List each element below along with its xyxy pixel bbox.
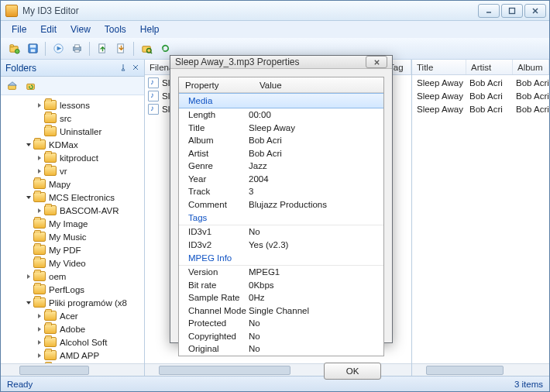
twisty-icon[interactable] — [35, 313, 44, 319]
property-section[interactable]: Media — [179, 93, 383, 108]
tree-label: My Music — [49, 232, 87, 242]
svg-marker-32 — [27, 274, 30, 279]
tree-node[interactable]: PerfLogs — [2, 283, 143, 296]
menu-tools[interactable]: Tools — [98, 22, 132, 36]
folders-hscroll[interactable] — [1, 363, 144, 376]
tree-node[interactable]: My Music — [2, 230, 143, 243]
property-row[interactable]: CommentBlujazz Productions — [179, 198, 383, 211]
tree-node[interactable]: lessons — [2, 98, 143, 112]
property-section[interactable]: Tags — [179, 211, 383, 225]
property-key: Original — [179, 344, 249, 353]
toolbar-import-icon[interactable] — [112, 40, 129, 57]
toolbar-print-icon[interactable] — [68, 40, 85, 57]
tree-node[interactable]: My PDF — [2, 243, 143, 256]
folder-icon — [44, 166, 57, 176]
tree-node[interactable]: My Video — [2, 256, 143, 270]
folder-home-icon[interactable] — [5, 79, 19, 93]
twisty-icon[interactable] — [24, 194, 33, 201]
tree-node[interactable]: kitproduct — [2, 151, 143, 164]
property-row[interactable]: OriginalNo — [179, 342, 383, 356]
twisty-icon[interactable] — [24, 142, 33, 148]
tree-node[interactable]: BASCOM-AVR — [2, 204, 143, 217]
minimize-button[interactable] — [478, 4, 500, 18]
tree-node[interactable]: MCS Electronics — [2, 191, 143, 204]
property-key: Title — [179, 123, 249, 132]
track-title: Sleep Away — [415, 105, 469, 114]
property-row[interactable]: GenreJazz — [179, 160, 383, 173]
twisty-icon[interactable] — [35, 352, 44, 359]
menu-file[interactable]: File — [5, 22, 33, 36]
twisty-icon[interactable] — [35, 339, 44, 346]
track-row[interactable]: Sleep AwayBob AcriBob Acri — [412, 89, 549, 102]
property-row[interactable]: VersionMPEG1 — [179, 266, 383, 279]
tree-node[interactable]: Mapy — [2, 177, 143, 191]
property-row[interactable]: Sample Rate0Hz — [179, 291, 383, 304]
folder-tree[interactable]: lessonssrcUninstallerKDMaxkitproductvrMa… — [1, 95, 144, 363]
property-section[interactable]: MPEG Info — [179, 251, 383, 266]
tree-node[interactable]: src — [2, 112, 143, 125]
track-row[interactable]: Sleep AwayBob AcriBob Acri — [412, 76, 549, 89]
tree-node[interactable]: AMD APP — [2, 349, 143, 362]
property-key: Bit rate — [179, 280, 249, 290]
tree-node[interactable]: vr — [2, 164, 143, 177]
property-key: Protected — [179, 318, 249, 328]
track-list-header[interactable]: Title Artist Album — [412, 60, 549, 75]
ok-button[interactable]: OK — [324, 363, 381, 380]
toolbar-export-icon[interactable] — [94, 40, 111, 57]
twisty-icon[interactable] — [35, 168, 44, 174]
property-row[interactable]: CopyrightedNo — [179, 330, 383, 343]
tree-node[interactable]: oem — [2, 270, 143, 283]
twisty-icon[interactable] — [24, 273, 33, 280]
close-button[interactable] — [524, 4, 546, 18]
property-row[interactable]: TitleSleep Away — [179, 122, 383, 135]
menu-edit[interactable]: Edit — [34, 22, 63, 36]
property-row[interactable]: Track3 — [179, 185, 383, 198]
tree-node[interactable]: Adobe — [2, 322, 143, 335]
pin-icon[interactable] — [119, 63, 127, 74]
tree-node[interactable]: KDMax — [2, 138, 143, 151]
property-row[interactable]: Year2004 — [179, 173, 383, 186]
tracklist-hscroll[interactable] — [412, 363, 549, 376]
twisty-icon[interactable] — [24, 300, 33, 306]
menu-help[interactable]: Help — [134, 22, 166, 36]
property-value: Yes (v2.3) — [249, 240, 383, 249]
property-grid[interactable]: Property Value MediaLength00:00TitleSlee… — [178, 77, 384, 356]
svg-marker-33 — [26, 301, 31, 304]
maximize-button[interactable] — [501, 4, 523, 18]
tree-node[interactable]: Pliki programów (x8 — [2, 296, 143, 309]
tree-node[interactable]: Alcohol Soft — [2, 335, 143, 349]
property-row[interactable]: Bit rate0Kbps — [179, 279, 383, 292]
tree-label: Acer — [60, 311, 78, 321]
menu-view[interactable]: View — [64, 22, 97, 36]
property-row[interactable]: AlbumBob Acri — [179, 134, 383, 147]
toolbar-play-icon[interactable] — [50, 40, 67, 57]
property-row[interactable]: ID3v2Yes (v2.3) — [179, 239, 383, 252]
tree-node[interactable]: Acer — [2, 309, 143, 322]
property-row[interactable]: Length00:00 — [179, 108, 383, 122]
col-album[interactable]: Album — [513, 60, 549, 74]
property-value: 2004 — [249, 174, 383, 184]
toolbar-find-icon[interactable] — [138, 40, 155, 57]
col-artist[interactable]: Artist — [466, 60, 513, 74]
twisty-icon[interactable] — [35, 326, 44, 332]
twisty-icon[interactable] — [35, 102, 44, 108]
close-pane-icon[interactable] — [132, 63, 139, 74]
toolbar-open-icon[interactable] — [5, 40, 22, 57]
tree-label: vr — [60, 167, 67, 176]
folder-icon — [44, 324, 57, 334]
property-row[interactable]: ProtectedNo — [179, 317, 383, 330]
svg-marker-27 — [26, 143, 31, 146]
toolbar-save-icon[interactable] — [24, 40, 41, 57]
folder-refresh-icon[interactable] — [24, 79, 38, 93]
track-list-body[interactable]: Sleep AwayBob AcriBob AcriSleep AwayBob … — [412, 75, 549, 363]
property-row[interactable]: Channel ModeSingle Channel — [179, 304, 383, 318]
twisty-icon[interactable] — [35, 155, 44, 161]
col-title[interactable]: Title — [412, 60, 466, 74]
dialog-close-button[interactable] — [366, 56, 387, 68]
track-row[interactable]: Sleep AwayBob AcriBob Acri — [412, 102, 549, 115]
tree-node[interactable]: Uninstaller — [2, 125, 143, 138]
property-row[interactable]: ArtistBob Acri — [179, 147, 383, 160]
property-row[interactable]: ID3v1No — [179, 225, 383, 239]
twisty-icon[interactable] — [35, 208, 44, 214]
tree-node[interactable]: My Image — [2, 217, 143, 230]
